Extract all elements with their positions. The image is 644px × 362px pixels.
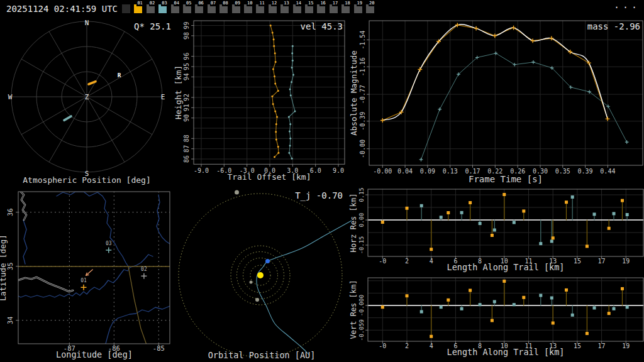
frame-button-12[interactable]: 12 <box>269 4 277 13</box>
x-tick: 0.04 <box>397 168 413 175</box>
compass-west: W <box>8 93 13 101</box>
meteor-dashboard: 20251124 02:41:59 UTC 010203040506070809… <box>0 0 644 362</box>
frame-button-17[interactable]: 17 <box>330 4 338 13</box>
frame-label: 17 <box>332 1 338 6</box>
frame-label: 05 <box>186 1 192 6</box>
tisserand-annotation: T_j -0.70 <box>295 190 343 201</box>
frame-button-05[interactable]: 05 <box>183 4 191 13</box>
x-axis-title: Length Along Trail [km] <box>447 262 565 272</box>
frame-label: 13 <box>283 1 289 6</box>
frame-label: 15 <box>308 1 314 6</box>
atmospheric-position-chart: NSWEZRQ* 25.1Atmospheric Position [deg] <box>8 19 171 185</box>
y-tick: 99 <box>183 22 190 30</box>
x-tick: 4 <box>430 343 433 349</box>
y-tick: 94 <box>183 73 190 80</box>
y-tick: 96 <box>183 53 190 60</box>
x-tick: 15 <box>574 258 581 265</box>
radiant-label: R <box>118 72 121 79</box>
jupiter <box>235 190 239 195</box>
overflow-menu-button[interactable]: ··· <box>614 2 640 13</box>
frame-button-08[interactable]: 08 <box>219 4 228 13</box>
x-tick: -0 <box>379 343 386 349</box>
x-tick: -85 <box>153 344 165 352</box>
frame-button-07[interactable]: 07 <box>208 4 216 13</box>
y-tick: -1.16 <box>359 57 366 76</box>
y-tick: -0.15 <box>358 236 365 255</box>
frame-button-16[interactable]: 16 <box>317 4 325 13</box>
frame-button-02[interactable]: 02 <box>147 4 155 13</box>
frame-label: 07 <box>210 1 216 6</box>
frame-label: 16 <box>319 1 326 6</box>
frame-button-14[interactable]: 14 <box>293 4 301 13</box>
status-bar: 20251124 02:41:59 UTC 010203040506070809… <box>0 0 644 18</box>
y-tick: 34 <box>6 316 14 324</box>
mass-annotation: mass -2.96 <box>587 21 640 31</box>
ground-track-map: 010203-87-86-85363534Latitude [deg]Longi… <box>0 191 170 359</box>
x-axis-title: Frame Time [s] <box>469 174 543 184</box>
frame-button-06[interactable]: 06 <box>195 4 203 13</box>
orbital-position-chart: T_j -0.70Orbital Position [AU] <box>179 190 352 361</box>
frame-label: 08 <box>222 1 228 6</box>
station-label: 02 <box>141 266 147 272</box>
x-axis-title: Length Along Trail [km] <box>447 347 565 357</box>
frame-label: 19 <box>357 1 363 6</box>
q-star-annotation: Q* 25.1 <box>134 21 171 31</box>
y-tick: -0.77 <box>359 85 366 104</box>
x-tick: 0.39 <box>578 168 593 175</box>
earth <box>265 259 270 263</box>
y-tick: -0.059 <box>358 319 365 341</box>
x-tick: 17 <box>598 258 606 265</box>
frame-button-01[interactable]: 01 <box>134 4 142 13</box>
x-tick: 15 <box>574 343 581 349</box>
frame-button-04[interactable]: 04 <box>171 4 179 13</box>
frame-label: 18 <box>344 1 350 6</box>
frame-selector: 0102030405060708091011121314151617181920 <box>0 0 644 18</box>
compass-east: E <box>161 93 165 101</box>
x-axis-title: Trail Offset [km] <box>227 172 311 182</box>
station-label: 01 <box>80 278 87 283</box>
frame-button-13[interactable]: 13 <box>280 4 289 13</box>
frame-button-09[interactable]: 09 <box>232 4 240 13</box>
frame-label: 14 <box>296 1 302 6</box>
x-axis-title: Orbital Position [AU] <box>208 350 316 360</box>
frame-button-15[interactable]: 15 <box>305 4 313 13</box>
y-tick: 86 <box>183 155 190 163</box>
x-tick: 19 <box>622 258 630 265</box>
trail-offset-chart: -9.0-6.0-3.00.03.06.09.09998969594929190… <box>174 21 345 182</box>
frame-button-03[interactable]: 03 <box>158 4 167 13</box>
y-tick: -1.54 <box>359 30 366 49</box>
x-tick: 0.35 <box>555 168 570 175</box>
x-tick: -0.00 <box>373 168 392 175</box>
y-tick: 90 <box>183 114 190 122</box>
y-tick: 36 <box>6 208 14 216</box>
y-axis-title: Vert Res [km] <box>349 280 358 339</box>
x-tick: 19 <box>622 343 630 349</box>
frame-button-11[interactable]: 11 <box>256 4 264 13</box>
y-tick: -0.00 <box>359 140 366 158</box>
y-axis-title: Absolute Magnitude <box>349 50 358 135</box>
x-tick: -9.0 <box>194 167 209 174</box>
frame-button-18[interactable]: 18 <box>341 4 350 13</box>
frame-label: 10 <box>247 1 253 6</box>
frame-label: 20 <box>369 1 375 6</box>
frame-label: 11 <box>258 1 265 6</box>
compass-north: N <box>85 19 89 27</box>
frame-label: 06 <box>197 1 204 6</box>
frame-button-19[interactable]: 19 <box>354 4 362 13</box>
x-axis-title: Atmospheric Position [deg] <box>23 175 151 185</box>
y-axis-title: Horz Res [km] <box>349 194 358 253</box>
light-curve-chart: -0.000.040.090.130.170.220.260.300.350.3… <box>349 21 643 184</box>
frame-button-lead[interactable] <box>122 4 130 13</box>
frame-button-20[interactable]: 20 <box>366 4 374 13</box>
y-tick: 0.00 <box>358 212 365 227</box>
x-tick: 6.0 <box>310 167 321 174</box>
x-tick: 0.09 <box>420 168 435 175</box>
frame-label: 09 <box>235 1 241 6</box>
y-tick: -0.39 <box>359 112 366 131</box>
x-tick: 2 <box>405 258 409 265</box>
x-tick: -0 <box>379 258 386 265</box>
y-axis-title: Latitude [deg] <box>0 234 8 300</box>
x-tick: 0.44 <box>600 168 615 175</box>
frame-button-10[interactable]: 10 <box>244 4 252 13</box>
vertical-residuals-chart: -02468101113151719-0.000-0.059Vert Res [… <box>349 278 643 357</box>
